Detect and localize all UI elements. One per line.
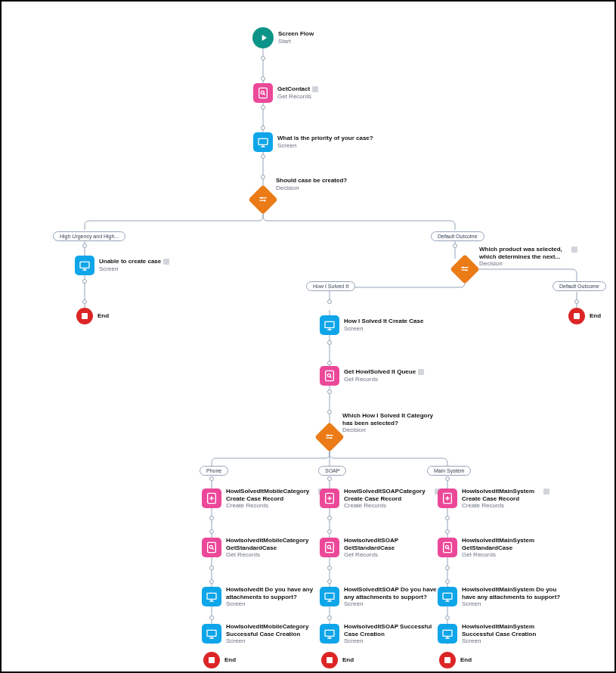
play-icon <box>252 27 274 48</box>
unable-sub: Screen <box>99 265 169 273</box>
svg-point-6 <box>463 267 464 268</box>
which-product-label: Which product was selected,which determi… <box>479 246 575 268</box>
end-main[interactable]: End <box>439 652 472 668</box>
phone-success-node[interactable]: HowIsolvedItMobileCategorySuccessful Cas… <box>202 623 308 645</box>
create-records-icon <box>320 488 339 508</box>
priority-sub: Screen <box>277 142 373 150</box>
end-left[interactable]: End <box>76 308 109 324</box>
pill-soap[interactable]: SOAP <box>318 466 346 476</box>
svg-rect-9 <box>326 371 334 380</box>
unable-create-node[interactable]: Unable to create caseScreen <box>75 256 169 275</box>
pill-default-outcome-1[interactable]: Default Outcome <box>431 231 484 241</box>
pill-phone[interactable]: Phone <box>200 466 228 476</box>
get-records-icon <box>320 366 339 386</box>
main-create-node[interactable]: HowIsolvedItMainSystemCreate Case Record… <box>438 488 547 510</box>
which-category-decision[interactable] <box>319 426 340 448</box>
decision-icon <box>450 254 480 284</box>
svg-rect-14 <box>208 543 216 553</box>
screen-icon <box>253 132 273 152</box>
decision-icon <box>248 185 278 215</box>
end-icon <box>203 652 220 668</box>
get-contact-title: GetContact <box>277 85 310 92</box>
svg-rect-17 <box>207 631 216 637</box>
screen-icon <box>320 624 339 644</box>
soap-success-node[interactable]: HowIsolvedItSOAP SuccessfulCase Creation… <box>320 623 432 645</box>
svg-rect-24 <box>444 543 452 553</box>
start-node[interactable]: Screen FlowStart <box>252 27 314 48</box>
end-right[interactable]: End <box>568 308 601 324</box>
end-icon <box>76 308 93 324</box>
soap-get-node[interactable]: HowIsolvedItSOAPGetStandardCaseGet Recor… <box>320 537 398 559</box>
create-records-icon <box>438 488 457 508</box>
end-soap[interactable]: End <box>321 652 354 668</box>
screen-icon <box>438 624 457 644</box>
svg-point-12 <box>330 437 332 439</box>
end-icon <box>568 308 585 324</box>
pill-how-i-solved-it[interactable]: How I Solved It <box>306 281 355 291</box>
create-records-icon <box>202 488 221 508</box>
which-product-decision[interactable] <box>454 259 475 280</box>
svg-point-3 <box>261 197 262 199</box>
get-records-icon <box>202 538 221 557</box>
svg-rect-8 <box>325 321 334 327</box>
get-records-icon <box>438 538 457 557</box>
note-icon <box>312 86 318 92</box>
should-create-decision[interactable] <box>252 189 274 210</box>
screen-icon <box>202 624 221 644</box>
svg-point-4 <box>264 200 265 201</box>
phone-create-node[interactable]: HowISolvedItMobileCategoryCreate Case Re… <box>202 488 322 510</box>
note-icon <box>543 488 549 495</box>
start-title: Screen Flow <box>278 30 314 38</box>
main-get-node[interactable]: HowIsolvedItMainSystemGetStandardCaseGet… <box>438 537 534 559</box>
get-contact-node[interactable]: GetContactGet Records <box>253 83 318 103</box>
svg-rect-0 <box>259 88 268 98</box>
svg-rect-27 <box>443 631 452 637</box>
soap-create-node[interactable]: HowISolvedItSOAPCategoryCreate Case Reco… <box>320 488 438 510</box>
svg-point-11 <box>327 435 329 436</box>
get-records-icon <box>253 83 273 103</box>
should-create-label: Should case be created?Decision <box>276 177 347 191</box>
priority-title: What is the priority of your case? <box>277 135 373 142</box>
pill-high-urgency[interactable]: High Urgency and High... <box>53 231 125 241</box>
soap-attach-node[interactable]: HowISolvedItSOAP Do you haveany attachme… <box>320 586 437 608</box>
svg-rect-19 <box>326 543 334 553</box>
svg-point-7 <box>466 269 467 271</box>
end-icon <box>321 652 338 668</box>
which-category-label: Which How I Solved It Categoryhas been s… <box>342 412 433 434</box>
end-phone[interactable]: End <box>203 652 236 668</box>
get-records-icon <box>320 538 339 557</box>
svg-rect-2 <box>258 138 268 144</box>
unable-title: Unable to create case <box>99 258 161 265</box>
main-attach-node[interactable]: HowIsolvedItMainSystem Do youhave any at… <box>438 586 560 608</box>
screen-icon <box>320 587 339 606</box>
get-contact-sub: Get Records <box>277 93 318 101</box>
screen-icon <box>202 587 221 606</box>
pill-default-outcome-2[interactable]: Default Outcome <box>553 281 606 291</box>
pill-main-system[interactable]: Main System <box>427 466 471 476</box>
get-his-queue-node[interactable]: Get HowISolved It QueueGet Records <box>320 366 424 386</box>
screen-icon <box>438 587 457 606</box>
end-icon <box>439 652 456 668</box>
svg-rect-5 <box>80 262 89 268</box>
svg-rect-16 <box>207 594 216 600</box>
main-success-node[interactable]: HowIsolvedItMainSystemSuccessful Case Cr… <box>438 623 536 645</box>
note-icon <box>163 259 169 265</box>
screen-icon <box>75 256 94 275</box>
phone-attach-node[interactable]: HowIsolvedIt Do you have anyattachments … <box>202 586 313 608</box>
priority-screen-node[interactable]: What is the priority of your case?Screen <box>253 132 373 152</box>
svg-rect-22 <box>325 631 334 637</box>
phone-get-node[interactable]: HowIsolvedItMobileCategoryGetStandardCas… <box>202 537 308 559</box>
note-icon <box>571 247 577 253</box>
svg-rect-26 <box>443 594 452 600</box>
screen-icon <box>320 315 339 335</box>
his-create-case-node[interactable]: How I Solved It Create CaseScreen <box>320 315 423 335</box>
note-icon <box>418 369 424 375</box>
svg-rect-21 <box>325 594 334 600</box>
start-sub: Start <box>278 38 314 45</box>
decision-icon <box>314 422 345 452</box>
